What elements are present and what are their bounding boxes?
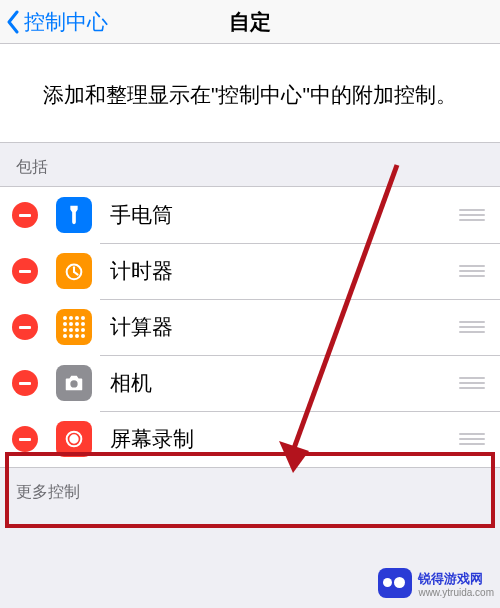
drag-handle[interactable] [459, 377, 485, 389]
list-item[interactable]: 计时器 [0, 243, 500, 299]
camera-icon [56, 365, 92, 401]
remove-button[interactable] [12, 258, 38, 284]
watermark-logo-icon [378, 568, 412, 598]
drag-handle[interactable] [459, 433, 485, 445]
list-item[interactable]: 计算器 [0, 299, 500, 355]
back-button[interactable]: 控制中心 [0, 0, 108, 43]
section-header-include: 包括 [0, 143, 500, 186]
remove-button[interactable] [12, 314, 38, 340]
watermark-url: www.ytruida.com [418, 587, 494, 598]
item-label: 计算器 [110, 313, 459, 341]
minus-icon [19, 270, 31, 273]
calculator-icon [56, 309, 92, 345]
remove-button[interactable] [12, 202, 38, 228]
list-item[interactable]: 屏幕录制 [0, 411, 500, 467]
minus-icon [19, 326, 31, 329]
remove-button[interactable] [12, 426, 38, 452]
svg-point-3 [70, 436, 77, 443]
included-list: 手电筒 计时器 计算器 相机 屏幕录制 [0, 186, 500, 468]
minus-icon [19, 382, 31, 385]
back-label: 控制中心 [24, 8, 108, 36]
minus-icon [19, 214, 31, 217]
remove-button[interactable] [12, 370, 38, 396]
drag-handle[interactable] [459, 321, 485, 333]
item-label: 计时器 [110, 257, 459, 285]
watermark: 锐得游戏网 www.ytruida.com [378, 568, 494, 598]
drag-handle[interactable] [459, 209, 485, 221]
item-label: 相机 [110, 369, 459, 397]
flashlight-icon [56, 197, 92, 233]
minus-icon [19, 438, 31, 441]
drag-handle[interactable] [459, 265, 485, 277]
watermark-title: 锐得游戏网 [418, 571, 483, 586]
timer-icon [56, 253, 92, 289]
chevron-left-icon [6, 10, 20, 34]
item-label: 屏幕录制 [110, 425, 459, 453]
list-item[interactable]: 手电筒 [0, 187, 500, 243]
list-item[interactable]: 相机 [0, 355, 500, 411]
svg-point-1 [70, 381, 77, 388]
record-icon [56, 421, 92, 457]
instruction-text: 添加和整理显示在"控制中心"中的附加控制。 [0, 44, 500, 143]
item-label: 手电筒 [110, 201, 459, 229]
nav-bar: 控制中心 自定 [0, 0, 500, 44]
section-header-more: 更多控制 [0, 468, 500, 511]
